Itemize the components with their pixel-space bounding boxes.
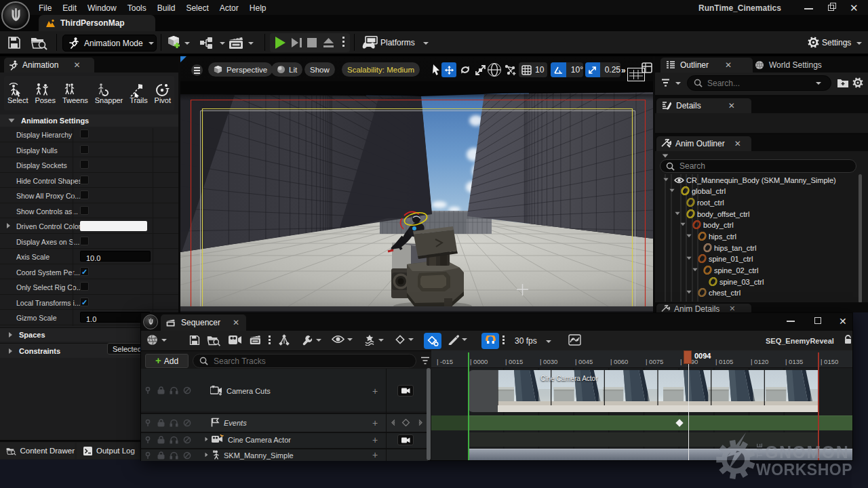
svg-text:THE: THE [756, 443, 764, 458]
svg-text:GNOMON: GNOMON [765, 443, 849, 462]
svg-text:WORKSHOP: WORKSHOP [756, 461, 852, 479]
